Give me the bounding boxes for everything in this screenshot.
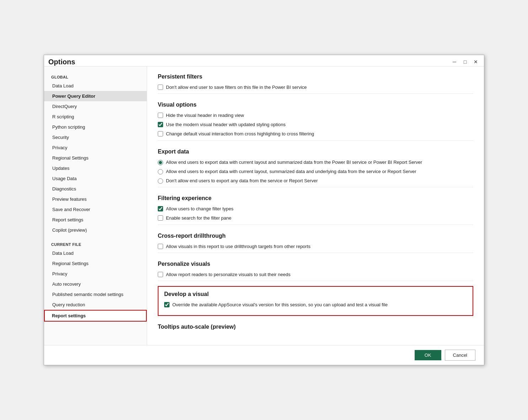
sidebar-item-cf-report-settings[interactable]: Report settings	[44, 310, 147, 322]
option-row-ed1: Allow end users to export data with curr…	[158, 159, 473, 166]
sidebar-item-report-settings-global[interactable]: Report settings	[44, 215, 147, 225]
checkbox-vo2[interactable]	[158, 122, 163, 127]
sidebar-item-python-scripting[interactable]: Python scripting	[44, 122, 147, 132]
sidebar-item-cf-regional-settings[interactable]: Regional Settings	[44, 258, 147, 269]
footer: OK Cancel	[44, 345, 484, 365]
sidebar-item-privacy[interactable]: Privacy	[44, 142, 147, 153]
minimize-button[interactable]: ─	[451, 58, 458, 66]
radio-ed2[interactable]	[158, 169, 163, 174]
section-title-cross-report: Cross-report drillthrough	[158, 233, 473, 239]
checkbox-fe2[interactable]	[158, 215, 163, 221]
option-row-fe1: Allow users to change filter types	[158, 206, 473, 212]
label-ed3: Don't allow end users to export any data…	[166, 178, 318, 184]
option-row-vo2: Use the modern visual header with update…	[158, 122, 473, 128]
option-row-fe2: Enable search for the filter pane	[158, 215, 473, 221]
section-title-filtering-experience: Filtering experience	[158, 195, 473, 201]
option-row-pf1: Don't allow end user to save filters on …	[158, 84, 473, 91]
option-row-vo1: Hide the visual header in reading view	[158, 112, 473, 119]
option-row-ed3: Don't allow end users to export any data…	[158, 178, 473, 184]
checkbox-dv1[interactable]	[164, 302, 169, 307]
option-row-vo3: Change default visual interaction from c…	[158, 131, 473, 137]
label-dv1: Override the available AppSource visual'…	[172, 302, 388, 308]
ok-button[interactable]: OK	[415, 350, 441, 360]
main-content: Persistent filters Don't allow end user …	[147, 66, 484, 345]
label-cr1: Allow visuals in this report to use dril…	[166, 243, 311, 250]
checkbox-vo3[interactable]	[158, 131, 163, 136]
sidebar-item-cf-auto-recovery[interactable]: Auto recovery	[44, 279, 147, 289]
option-row-pv1: Allow report readers to personalize visu…	[158, 271, 473, 278]
options-window: Options ─ □ ✕ GLOBAL Data Load Power Que…	[44, 55, 484, 365]
global-section-label: GLOBAL	[44, 72, 147, 81]
label-fe1: Allow users to change filter types	[166, 206, 233, 212]
section-title-personalize-visuals: Personalize visuals	[158, 261, 473, 267]
checkbox-vo1[interactable]	[158, 113, 163, 118]
sidebar-item-cf-privacy[interactable]: Privacy	[44, 269, 147, 279]
radio-ed1[interactable]	[158, 160, 163, 165]
sidebar-item-security[interactable]: Security	[44, 132, 147, 142]
sidebar-item-data-load[interactable]: Data Load	[44, 81, 147, 91]
sidebar-item-save-and-recover[interactable]: Save and Recover	[44, 204, 147, 215]
sidebar-item-diagnostics[interactable]: Diagnostics	[44, 184, 147, 194]
sidebar-item-cf-query-reduction[interactable]: Query reduction	[44, 300, 147, 310]
content-area: GLOBAL Data Load Power Query Editor Dire…	[44, 66, 484, 345]
option-row-cr1: Allow visuals in this report to use dril…	[158, 243, 473, 250]
option-row-ed2: Allow end users to export data with curr…	[158, 168, 473, 175]
section-title-persistent-filters: Persistent filters	[158, 74, 473, 80]
label-ed2: Allow end users to export data with curr…	[166, 168, 416, 175]
sidebar-item-regional-settings[interactable]: Regional Settings	[44, 153, 147, 163]
sidebar: GLOBAL Data Load Power Query Editor Dire…	[44, 66, 147, 345]
window-title: Options	[48, 58, 75, 66]
sidebar-item-copilot-preview[interactable]: Copilot (preview)	[44, 225, 147, 235]
label-fe2: Enable search for the filter pane	[166, 215, 231, 221]
sidebar-item-cf-published-semantic[interactable]: Published semantic model settings	[44, 289, 147, 300]
close-button[interactable]: ✕	[472, 58, 480, 66]
checkbox-pf1[interactable]	[158, 85, 163, 90]
section-title-develop-visual: Develop a visual	[164, 291, 467, 297]
title-bar: Options ─ □ ✕	[44, 55, 484, 66]
section-title-export-data: Export data	[158, 149, 473, 155]
sidebar-item-power-query-editor[interactable]: Power Query Editor	[44, 91, 147, 101]
checkbox-fe1[interactable]	[158, 206, 163, 211]
label-vo2: Use the modern visual header with update…	[166, 122, 286, 128]
sidebar-item-directquery[interactable]: DirectQuery	[44, 101, 147, 112]
option-row-dv1: Override the available AppSource visual'…	[164, 302, 467, 308]
section-title-visual-options: Visual options	[158, 102, 473, 108]
checkbox-pv1[interactable]	[158, 272, 163, 277]
label-pf1: Don't allow end user to save filters on …	[166, 84, 307, 91]
label-pv1: Allow report readers to personalize visu…	[166, 271, 290, 278]
sidebar-item-cf-data-load[interactable]: Data Load	[44, 248, 147, 258]
checkbox-cr1[interactable]	[158, 244, 163, 249]
window-controls: ─ □ ✕	[451, 58, 480, 66]
sidebar-item-usage-data[interactable]: Usage Data	[44, 173, 147, 184]
label-ed1: Allow end users to export data with curr…	[166, 159, 422, 166]
cancel-button[interactable]: Cancel	[445, 350, 475, 361]
current-file-section-label: CURRENT FILE	[44, 239, 147, 248]
develop-visual-section: Develop a visual Override the available …	[158, 286, 473, 316]
sidebar-item-preview-features[interactable]: Preview features	[44, 194, 147, 204]
label-vo3: Change default visual interaction from c…	[166, 131, 314, 137]
radio-ed3[interactable]	[158, 178, 163, 184]
section-title-tooltips: Tooltips auto-scale (preview)	[158, 324, 473, 330]
maximize-button[interactable]: □	[461, 58, 469, 66]
sidebar-item-updates[interactable]: Updates	[44, 163, 147, 173]
sidebar-item-r-scripting[interactable]: R scripting	[44, 112, 147, 122]
label-vo1: Hide the visual header in reading view	[166, 112, 244, 119]
